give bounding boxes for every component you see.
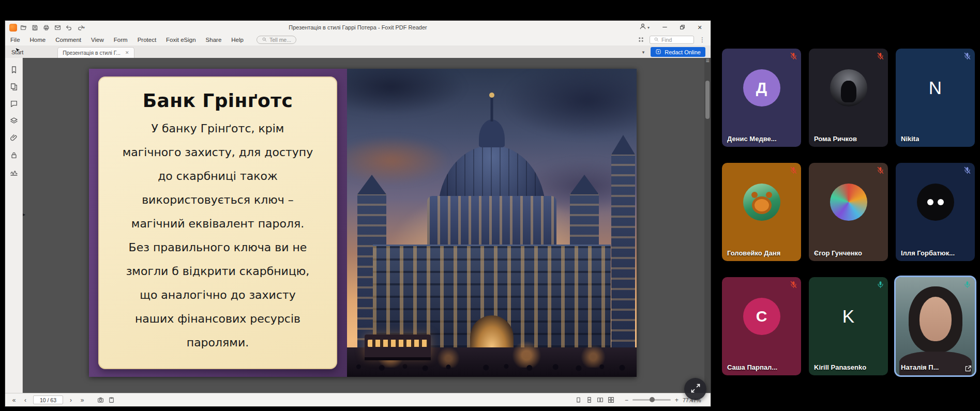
mic-muted-icon[interactable] xyxy=(877,166,884,174)
tab-document-label: Презентація в стилі Г... xyxy=(63,50,120,56)
menu-foxit-esign[interactable]: Foxit eSign xyxy=(166,37,196,43)
snapshot-tool-icon[interactable] xyxy=(97,397,104,403)
tab-list-caret-icon[interactable]: ▾ xyxy=(642,50,645,55)
mic-muted-icon[interactable] xyxy=(790,166,797,174)
participant-tile[interactable]: NNikita xyxy=(896,49,975,147)
zoom-in-button[interactable]: + xyxy=(675,397,679,404)
slide-body-line: використовується ключ – xyxy=(98,188,337,212)
mail-icon[interactable] xyxy=(54,24,61,31)
participant-tile[interactable]: Єгор Гунченко xyxy=(809,163,888,261)
clipboard-tool-icon[interactable] xyxy=(108,397,115,403)
facing-continuous-view-icon[interactable] xyxy=(608,397,614,403)
participant-tile[interactable]: Ілля Горбатюк... xyxy=(896,163,975,261)
slide-body-line: паролями. xyxy=(98,331,337,355)
vertical-scrollbar[interactable]: ☰ xyxy=(704,58,711,393)
pages-panel-icon[interactable] xyxy=(10,83,18,91)
first-page-button[interactable]: « xyxy=(10,397,18,404)
redact-online-button[interactable]: Redact Online xyxy=(651,47,705,57)
participant-tile[interactable]: Рома Ричков xyxy=(809,49,888,147)
account-button[interactable]: ▾ xyxy=(639,23,650,32)
panel-expander-icon[interactable]: ▸ xyxy=(23,212,25,217)
open-folder-icon[interactable] xyxy=(20,24,27,31)
mic-icon[interactable] xyxy=(963,281,971,288)
previous-page-button[interactable]: ‹ xyxy=(22,397,29,404)
window-controls: ▾ ✕ xyxy=(639,22,707,33)
signature-panel-icon[interactable] xyxy=(10,168,18,176)
minimize-button[interactable] xyxy=(657,22,672,33)
scrollbar-thumb[interactable] xyxy=(705,81,710,119)
single-page-view-icon[interactable] xyxy=(575,397,582,403)
more-options-icon[interactable]: ⋮ xyxy=(699,36,705,43)
menu-help[interactable]: Help xyxy=(231,37,244,43)
save-icon[interactable] xyxy=(32,24,38,31)
attachments-panel-icon[interactable] xyxy=(10,134,18,142)
status-bar: « ‹ 10 / 63 › » − + 77.47% xyxy=(5,393,711,406)
search-icon xyxy=(262,37,267,43)
mic-muted-icon[interactable] xyxy=(877,52,884,60)
find-input[interactable]: Find xyxy=(650,36,694,44)
menu-home[interactable]: Home xyxy=(30,37,46,43)
fullscreen-toggle-button[interactable] xyxy=(684,378,706,400)
menu-bar: FileHomeCommentViewFormProtectFoxit eSig… xyxy=(5,34,711,45)
menu-file[interactable]: File xyxy=(10,37,20,43)
title-bar: ▾ Презентація в стилі Гаррі Потера - Fox… xyxy=(5,21,711,34)
participant-name: Єгор Гунченко xyxy=(814,249,862,257)
quick-access-toolbar xyxy=(20,24,84,31)
zoom-out-button[interactable]: − xyxy=(625,397,628,404)
menu-form[interactable]: Form xyxy=(114,37,128,43)
participant-tile[interactable]: Наталія П... xyxy=(896,277,975,375)
zoom-slider-thumb[interactable] xyxy=(650,397,655,402)
mic-icon[interactable] xyxy=(877,281,884,288)
print-icon[interactable] xyxy=(43,24,50,31)
tab-close-icon[interactable]: ✕ xyxy=(125,50,129,55)
fullscreen-arrows-icon xyxy=(690,383,701,395)
mic-muted-icon[interactable] xyxy=(790,52,797,60)
slide-body-line: Без правильного ключа ви не xyxy=(98,236,337,260)
bookmarks-panel-icon[interactable] xyxy=(10,66,18,74)
quick-access-caret-icon[interactable]: ▾ xyxy=(83,25,85,30)
facing-view-icon[interactable] xyxy=(597,397,604,403)
page-number-input[interactable]: 10 / 63 xyxy=(33,395,63,404)
comments-panel-icon[interactable] xyxy=(10,100,18,108)
participant-tile[interactable]: ДДенис Медве... xyxy=(722,49,801,147)
slide-body-line: наших фінансових ресурсів xyxy=(98,307,337,331)
slide-body-line: магічного захисту, для доступу xyxy=(98,141,337,164)
avatar: Д xyxy=(743,69,780,106)
slide-body-line: до скарбниці також xyxy=(98,164,337,188)
undo-icon[interactable] xyxy=(66,24,72,31)
zoom-slider[interactable] xyxy=(632,399,671,401)
security-panel-icon[interactable] xyxy=(10,151,18,159)
next-page-button[interactable]: › xyxy=(67,397,74,404)
menu-comment[interactable]: Comment xyxy=(55,37,81,43)
continuous-view-icon[interactable] xyxy=(586,397,593,403)
menu-share[interactable]: Share xyxy=(206,37,222,43)
mic-muted-icon[interactable] xyxy=(963,166,971,174)
redact-icon xyxy=(655,49,661,56)
menu-view[interactable]: View xyxy=(91,37,104,43)
participant-name: Ілля Горбатюк... xyxy=(901,249,955,257)
apps-grid-icon[interactable] xyxy=(638,36,644,44)
menu-protect[interactable]: Protect xyxy=(138,37,156,43)
participant-tile[interactable]: CСаша Парпал... xyxy=(722,277,801,375)
last-page-button[interactable]: » xyxy=(79,397,86,404)
foxit-pdf-reader-window: ▾ Презентація в стилі Гаррі Потера - Fox… xyxy=(5,21,711,406)
close-button[interactable]: ✕ xyxy=(692,22,707,33)
mic-muted-icon[interactable] xyxy=(790,281,797,288)
scrollbar-menu-icon[interactable]: ☰ xyxy=(704,58,711,63)
tab-bar: Start Презентація в стилі Г... ✕ ▾ Redac… xyxy=(5,45,711,58)
mic-muted-icon[interactable] xyxy=(963,52,971,60)
slide-title: Банк Грінґотс xyxy=(98,90,337,111)
participant-name: Саша Парпал... xyxy=(727,363,777,371)
tell-me-search[interactable]: Tell me... xyxy=(257,36,296,44)
foxit-logo-icon xyxy=(9,24,17,32)
restore-button[interactable] xyxy=(674,22,690,33)
avatar: C xyxy=(743,298,780,335)
expand-video-icon[interactable] xyxy=(964,365,972,372)
layers-panel-icon[interactable] xyxy=(10,117,18,125)
account-caret-icon: ▾ xyxy=(647,25,650,30)
participant-name: Головейко Даня xyxy=(727,249,780,257)
participant-tile[interactable]: Головейко Даня xyxy=(722,163,801,261)
participant-tile[interactable]: KKirill Panasenko xyxy=(809,277,888,375)
participant-name: Рома Ричков xyxy=(814,135,857,143)
tab-document[interactable]: Презентація в стилі Г... ✕ xyxy=(57,47,134,58)
